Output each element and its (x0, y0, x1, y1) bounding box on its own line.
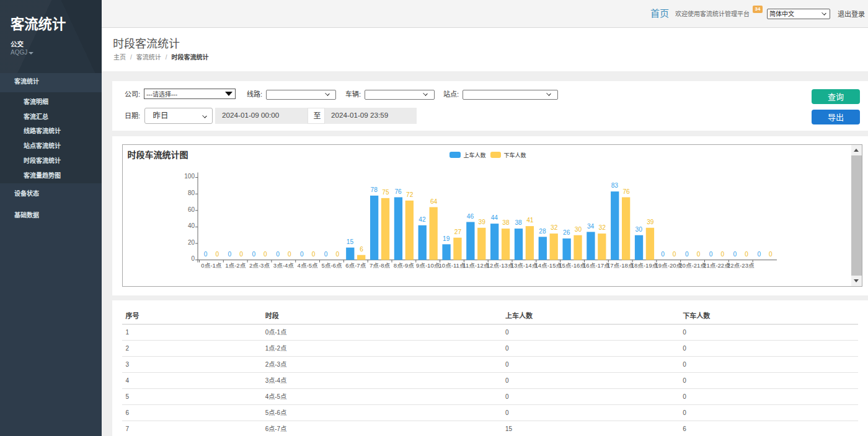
svg-text:8点-9点: 8点-9点 (393, 262, 414, 269)
svg-text:0: 0 (300, 250, 304, 257)
svg-text:0: 0 (203, 250, 207, 257)
svg-text:0: 0 (745, 250, 748, 257)
svg-text:4点-5点: 4点-5点 (297, 262, 317, 269)
svg-text:0: 0 (709, 250, 712, 257)
svg-text:64: 64 (430, 198, 437, 204)
svg-text:38: 38 (515, 219, 522, 226)
svg-text:0: 0 (757, 250, 761, 257)
svg-text:0: 0 (335, 250, 339, 257)
svg-text:46: 46 (466, 212, 474, 219)
svg-text:60: 60 (187, 206, 195, 212)
svg-text:20点-21点: 20点-21点 (679, 262, 706, 269)
svg-text:44: 44 (490, 214, 498, 221)
svg-text:76: 76 (622, 188, 630, 194)
svg-text:34: 34 (587, 222, 594, 229)
svg-text:18点-19点: 18点-19点 (631, 262, 658, 269)
svg-text:75: 75 (382, 189, 389, 196)
svg-text:78: 78 (370, 186, 378, 193)
svg-text:3点-4点: 3点-4点 (273, 262, 293, 269)
svg-text:0: 0 (252, 250, 255, 257)
svg-text:28: 28 (539, 227, 546, 234)
svg-text:40: 40 (187, 222, 195, 229)
svg-text:14点-15点: 14点-15点 (534, 262, 562, 269)
svg-text:11点-12点: 11点-12点 (463, 262, 489, 269)
svg-text:80: 80 (187, 189, 195, 196)
svg-text:72: 72 (406, 191, 414, 198)
svg-text:15: 15 (346, 238, 353, 245)
svg-text:0: 0 (276, 250, 280, 257)
svg-text:20: 20 (187, 238, 195, 245)
svg-text:42: 42 (418, 216, 426, 222)
svg-text:0: 0 (684, 250, 688, 257)
svg-text:17点-18点: 17点-18点 (606, 262, 634, 269)
svg-text:39: 39 (478, 218, 485, 225)
svg-text:7点-8点: 7点-8点 (370, 262, 390, 269)
svg-text:0: 0 (661, 250, 665, 257)
svg-text:39: 39 (647, 218, 654, 225)
svg-text:100: 100 (184, 173, 195, 180)
svg-text:10点-11点: 10点-11点 (438, 262, 465, 269)
svg-text:9点-10点: 9点-10点 (415, 262, 440, 269)
svg-text:0: 0 (239, 250, 243, 257)
svg-text:38: 38 (502, 219, 510, 226)
svg-text:0: 0 (696, 250, 700, 257)
svg-text:1点-2点: 1点-2点 (225, 262, 246, 269)
svg-text:0: 0 (311, 250, 315, 257)
svg-text:12点-13点: 12点-13点 (486, 262, 513, 269)
svg-text:0点-1点: 0点-1点 (201, 262, 221, 269)
svg-text:0: 0 (733, 250, 737, 257)
svg-text:22点-23点: 22点-23点 (727, 262, 754, 269)
svg-text:0: 0 (769, 250, 773, 257)
svg-text:0: 0 (264, 250, 267, 257)
svg-text:13点-14点: 13点-14点 (510, 262, 538, 269)
svg-text:5点-6点: 5点-6点 (321, 262, 342, 269)
svg-text:32: 32 (598, 224, 606, 231)
svg-text:15点-16点: 15点-16点 (559, 262, 586, 269)
svg-text:16点-17点: 16点-17点 (582, 262, 609, 269)
svg-text:32: 32 (550, 224, 557, 231)
svg-text:27: 27 (454, 228, 461, 235)
svg-text:0: 0 (228, 250, 231, 257)
svg-text:0: 0 (191, 255, 195, 262)
svg-text:6: 6 (360, 245, 363, 252)
svg-text:30: 30 (635, 225, 642, 232)
svg-text:2点-3点: 2点-3点 (249, 262, 269, 269)
svg-text:21点-22点: 21点-22点 (703, 262, 730, 269)
svg-text:76: 76 (394, 188, 402, 194)
svg-text:26: 26 (563, 229, 570, 236)
svg-text:0: 0 (287, 250, 291, 257)
svg-text:19: 19 (443, 235, 450, 242)
svg-text:30: 30 (574, 225, 582, 232)
svg-text:6点-7点: 6点-7点 (345, 262, 366, 269)
svg-text:0: 0 (672, 250, 676, 257)
svg-text:83: 83 (611, 182, 618, 189)
svg-text:19点-20点: 19点-20点 (655, 262, 682, 269)
svg-text:41: 41 (526, 217, 534, 224)
svg-text:0: 0 (215, 250, 219, 257)
svg-text:0: 0 (720, 250, 724, 257)
svg-text:0: 0 (324, 250, 327, 257)
